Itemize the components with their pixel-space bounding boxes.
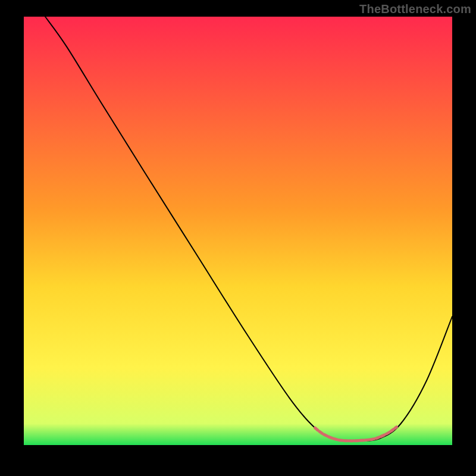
watermark-text: TheBottleneck.com xyxy=(359,2,471,16)
chart-svg xyxy=(24,17,452,445)
chart-plot-area xyxy=(24,17,452,445)
